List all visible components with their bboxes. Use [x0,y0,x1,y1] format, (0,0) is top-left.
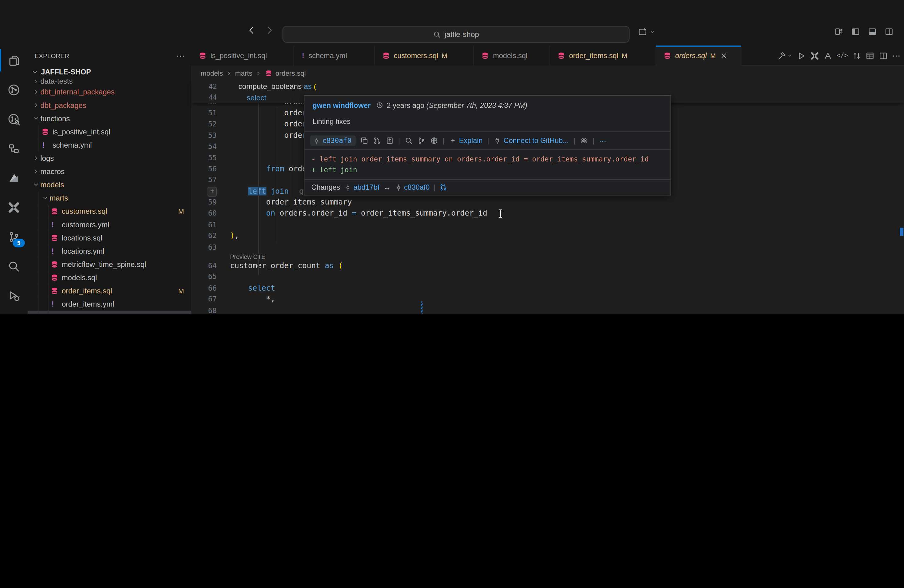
commit-graph-icon[interactable] [417,136,425,145]
toggle-panel-icon[interactable] [868,27,877,36]
command-center-search[interactable]: jaffle-shop [283,26,630,43]
activity-source-control[interactable]: 5 [0,222,28,251]
tab-label: order_items.sql [569,52,618,60]
code-line-42: 42 compute_booleans as ( [191,81,904,92]
team-icon[interactable] [580,136,588,145]
explorer-title: EXPLORER [35,52,69,59]
customize-layout-icon[interactable] [834,27,844,36]
tree-item-customers.yml[interactable]: !customers.yml [28,218,191,231]
commit-author-link[interactable]: gwen windflower [312,101,370,109]
toggle-secondary-sidebar-icon[interactable] [884,27,893,36]
tab-models.sql[interactable]: models.sql [474,46,550,66]
tab-order_items.sql[interactable]: order_items.sqlM [550,46,656,66]
commit-sha-chip[interactable]: c830af0 [310,136,356,146]
hammer-action-icon[interactable] [777,51,787,60]
tree-item-order_items.yml[interactable]: !order_items.yml [28,297,191,311]
breadcrumb-item[interactable]: orders.sql [275,69,306,77]
table-action-icon[interactable] [865,51,874,60]
editor-group: is_positive_int.sql!schema.ymlcustomers.… [191,46,904,314]
compare-arrows-action-icon[interactable] [852,51,861,60]
tree-item-schema.yml[interactable]: !schema.yml [28,138,191,152]
code-line-68: 68 [191,305,904,314]
flowchart-icon [7,142,20,155]
code-line-67: 67 *, [191,293,904,305]
play-action-icon[interactable] [797,51,806,60]
forward-arrow-icon[interactable] [265,25,275,35]
database-file-icon [50,260,58,269]
breadcrumb-item[interactable]: models [201,69,223,77]
code-action-icon[interactable]: </> [837,52,848,59]
activity-explorer[interactable] [0,46,28,75]
activity-dbt-lineage[interactable] [0,75,28,104]
tree-item-orders.sql[interactable]: orders.sqlM [28,311,191,314]
tab-is_positive_int.sql[interactable]: is_positive_int.sql [191,46,294,66]
tree-item-label: metricflow_time_spine.sql [62,260,146,269]
close-tab-icon[interactable] [721,52,728,59]
codelens-preview-cte[interactable]: Preview CTE [230,253,266,260]
activity-search[interactable] [0,251,28,281]
tree-item-order_items.sql[interactable]: order_items.sqlM [28,284,191,297]
code-line-65: 65 [191,271,904,282]
dbt-a-action-icon[interactable] [823,51,833,60]
chevron-right-icon [31,168,40,175]
tree-item-customers.sql[interactable]: customers.sqlM [28,204,191,218]
toggle-sidebar-icon[interactable] [851,27,860,36]
more-actions-icon[interactable]: ⋯ [599,136,606,145]
tree-item-dbt_packages[interactable]: dbt_packages [28,99,191,112]
tab-customers.sql[interactable]: customers.sqlM [375,46,474,66]
workspace-root-folder[interactable]: JAFFLE-SHOP [28,66,191,78]
breadcrumb-separator-icon [255,70,262,77]
database-file-icon [382,51,390,60]
tab-modified-badge: M [710,52,716,59]
search-commit-icon[interactable] [405,136,412,145]
split-action-icon[interactable] [879,51,888,60]
tree-item-macros[interactable]: macros [28,165,191,178]
activity-dbt-explore[interactable] [0,104,28,134]
tree-item-functions[interactable]: functions [28,112,191,125]
tree-item-data-tests[interactable]: data-tests [28,78,191,85]
dbt-lineage-icon [7,83,20,96]
activity-badge: 5 [13,239,25,247]
tab-orders.sql[interactable]: orders.sqlM [656,46,742,66]
breadcrumb-item[interactable]: marts [235,69,252,77]
add-comment-button[interactable]: + [207,187,217,196]
activity-extensions[interactable]: 1 [0,310,28,314]
tree-item-is_positive_int.sql[interactable]: is_positive_int.sql [28,125,191,138]
to-commit-link[interactable]: c830af0 [395,183,430,191]
open-changes-icon[interactable] [373,136,381,145]
ellipsis-action-icon[interactable]: ⋯ [892,51,901,61]
open-on-web-icon[interactable] [430,136,438,145]
copilot-menu[interactable] [638,27,656,37]
tree-item-locations.yml[interactable]: !locations.yml [28,245,191,258]
chevron-down-icon [649,29,656,35]
activity-run-and-debug[interactable] [0,281,28,310]
diff-file-icon[interactable] [386,136,394,145]
open-changes-icon[interactable] [440,183,448,191]
copilot-sparkle-icon [638,27,648,37]
breadcrumb[interactable]: modelsmartsorders.sql [191,66,904,81]
tree-item-locations.sql[interactable]: locations.sql [28,231,191,245]
yaml-warning-icon: ! [41,141,46,149]
tree-item-metricflow_time_spine.sql[interactable]: metricflow_time_spine.sql [28,258,191,271]
mouse-ibeam-cursor [497,209,504,219]
explain-button[interactable]: Explain [449,136,483,145]
activity-dbt-power-user[interactable] [0,193,28,222]
activity-dbt[interactable] [0,163,28,193]
knot-action-icon[interactable] [810,51,819,60]
tree-item-models[interactable]: models [28,178,191,191]
chev-d-sm-action-icon[interactable] [787,53,793,59]
chevron-down-icon [40,194,49,202]
tree-item-label: schema.yml [52,141,92,149]
tree-item-dbt_internal_packages[interactable]: dbt_internal_packages [28,85,191,98]
back-arrow-icon[interactable] [247,25,257,35]
copy-icon[interactable] [360,136,368,145]
explorer-more-actions-icon[interactable]: ⋯ [177,51,185,60]
from-commit-link[interactable]: abd17bf [344,183,379,191]
chevron-down-icon [31,115,40,122]
tree-item-models.sql[interactable]: models.sql [28,271,191,284]
tree-item-marts[interactable]: marts [28,191,191,204]
connect-github-button[interactable]: Connect to GitHub... [494,136,569,145]
tab-schema.yml[interactable]: !schema.yml [294,46,375,66]
tree-item-logs[interactable]: logs [28,152,191,165]
activity-flowchart[interactable] [0,134,28,163]
